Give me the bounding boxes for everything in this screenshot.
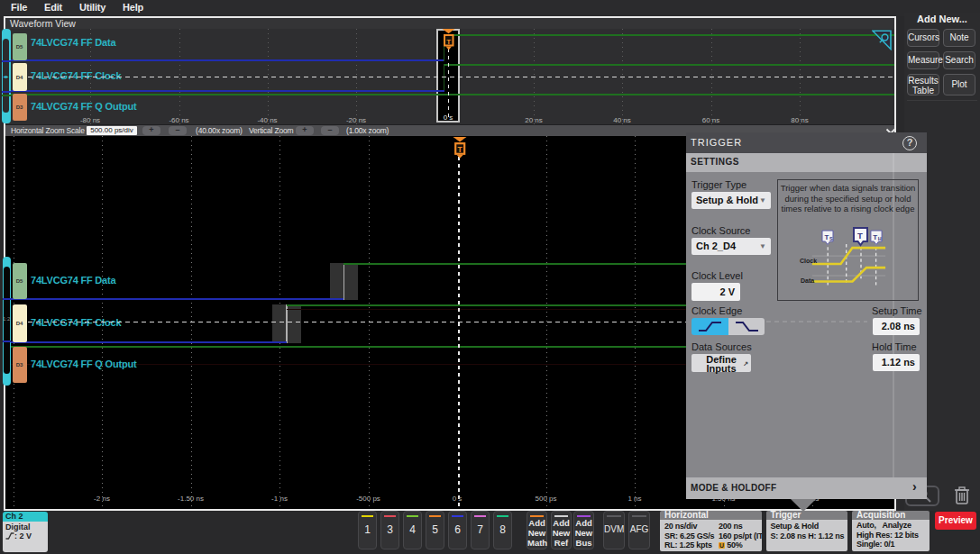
svg-text:H: H <box>878 236 882 241</box>
svg-text:Data: Data <box>801 277 814 284</box>
svg-text:T: T <box>857 231 863 241</box>
svg-text:T: T <box>457 145 463 154</box>
svg-text:T: T <box>446 37 451 45</box>
svg-text:T: T <box>825 233 829 241</box>
svg-text:T: T <box>873 233 877 241</box>
svg-text:Clock: Clock <box>800 258 817 264</box>
svg-text:S: S <box>829 236 833 241</box>
